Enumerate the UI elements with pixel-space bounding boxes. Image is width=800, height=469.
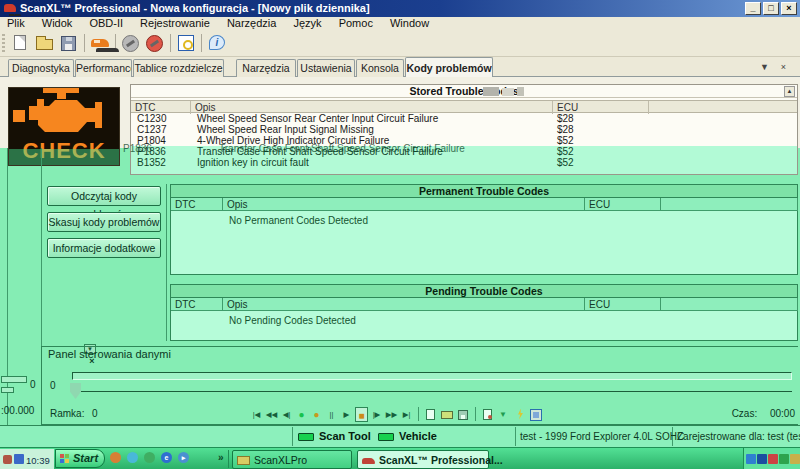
ie-icon[interactable]: e bbox=[161, 452, 172, 463]
tray-remnant-icon bbox=[14, 454, 24, 464]
menu-pomoc[interactable]: Pomoc bbox=[332, 17, 380, 30]
tab-konsola[interactable]: Konsola bbox=[356, 59, 404, 77]
taskbar: 10:39 Start e ▸ » ScanXLPro ScanXL™ Prof… bbox=[0, 447, 800, 469]
taskbar-window-scanxl-professional[interactable]: ScanXL™ Professional... bbox=[357, 450, 489, 469]
status-bar: Scan Tool Vehicle test - 1999 Ford Explo… bbox=[0, 425, 800, 447]
menu-obd2[interactable]: OBD-II bbox=[82, 17, 130, 30]
tab-narzedzia[interactable]: Narzędzia bbox=[236, 59, 296, 77]
glitch-bar bbox=[1, 376, 27, 383]
folder-icon bbox=[237, 456, 250, 465]
table-row[interactable]: C1237 Wheel Speed Rear Input Signal Miss… bbox=[131, 124, 797, 135]
clear-codes-button[interactable]: Skasuj kody problemów bbox=[47, 212, 161, 232]
time-label: Czas: bbox=[732, 408, 758, 419]
glitch-tint-overlay bbox=[9, 149, 119, 165]
tab-close-icon[interactable]: × bbox=[781, 61, 786, 73]
time-display: Czas: 00:00 bbox=[732, 408, 795, 419]
glitch-zero-text: 0 bbox=[30, 379, 36, 390]
col-ecu: ECU bbox=[585, 298, 661, 311]
tab-tablice-rozdzielcze[interactable]: Tablice rozdzielcze bbox=[133, 59, 224, 77]
display-tray-icon[interactable] bbox=[746, 454, 756, 464]
menu-window[interactable]: Window bbox=[383, 17, 436, 30]
read-codes-button[interactable]: Odczytaj kody problemów bbox=[47, 186, 161, 206]
stored-rows: C1230 Wheel Speed Sensor Rear Center Inp… bbox=[131, 113, 797, 168]
disconnect-icon[interactable] bbox=[144, 33, 166, 53]
taskbar-separator bbox=[228, 450, 229, 468]
record-icon[interactable]: ● bbox=[295, 407, 308, 422]
additional-info-button[interactable]: Informacje dodatkowe bbox=[47, 238, 161, 258]
window-title: ScanXL™ Professional - Nowa konfiguracja… bbox=[20, 0, 370, 17]
table-row[interactable]: C1230 Wheel Speed Sensor Rear Center Inp… bbox=[131, 113, 797, 124]
splitter-line bbox=[166, 184, 167, 341]
step-back-icon[interactable]: ◀| bbox=[280, 407, 293, 422]
connect-icon[interactable] bbox=[120, 33, 142, 53]
gauge-designer-icon[interactable] bbox=[175, 33, 197, 53]
open-log-icon[interactable] bbox=[440, 407, 454, 422]
playback-slider-thumb[interactable] bbox=[70, 383, 81, 399]
marker-icon[interactable]: ● bbox=[310, 407, 323, 422]
flash-icon[interactable] bbox=[513, 407, 527, 422]
glitch-ghost-text: P1836 bbox=[123, 143, 152, 154]
tab-menu-icon[interactable]: ▼ bbox=[760, 61, 769, 73]
new-log-icon[interactable] bbox=[424, 407, 438, 422]
step-forward-icon[interactable]: |▶ bbox=[370, 407, 383, 422]
menu-widok[interactable]: Widok bbox=[35, 17, 80, 30]
save-file-icon[interactable] bbox=[58, 33, 80, 53]
vehicle-label: Vehicle bbox=[399, 430, 437, 442]
tab-diagnostyka[interactable]: Diagnostyka bbox=[8, 59, 74, 77]
info-icon[interactable]: i bbox=[206, 33, 228, 53]
start-button[interactable]: Start bbox=[55, 449, 105, 468]
play-icon[interactable]: ▶ bbox=[340, 407, 353, 422]
scroll-up-icon[interactable]: ▲ bbox=[784, 86, 795, 97]
network-error-tray-icon[interactable] bbox=[768, 454, 778, 464]
tab-performance[interactable]: Performance bbox=[75, 59, 132, 77]
new-file-icon[interactable] bbox=[10, 33, 32, 53]
stop-icon[interactable]: ■ bbox=[355, 407, 368, 422]
rewind-icon[interactable]: ◀◀ bbox=[265, 407, 278, 422]
volume-tray-icon[interactable] bbox=[790, 454, 800, 464]
permanent-codes-title: Permanent Trouble Codes bbox=[171, 185, 797, 198]
restore-button[interactable]: □ bbox=[763, 2, 779, 15]
scanxl-window: ScanXL™ Professional - Nowa konfiguracja… bbox=[0, 0, 800, 469]
menu-jezyk[interactable]: Język bbox=[286, 17, 328, 30]
minimize-button[interactable]: _ bbox=[745, 2, 761, 15]
playback-slider-track[interactable] bbox=[72, 372, 792, 380]
fast-forward-icon[interactable]: ▶▶ bbox=[385, 407, 398, 422]
quick-launch-chevron-icon[interactable]: » bbox=[218, 452, 224, 463]
pause-icon[interactable]: || bbox=[325, 407, 338, 422]
open-file-icon[interactable] bbox=[34, 33, 56, 53]
statusbar-divider bbox=[292, 427, 293, 446]
taskbar-window-scanxlpro[interactable]: ScanXLPro bbox=[232, 450, 352, 469]
firefox-icon[interactable] bbox=[110, 452, 121, 463]
monitor-icon[interactable] bbox=[529, 407, 543, 422]
menu-narzedzia[interactable]: Narzędzia bbox=[220, 17, 284, 30]
col-blank bbox=[661, 298, 798, 311]
tray-remnant-icon bbox=[3, 455, 12, 464]
messenger-icon[interactable] bbox=[127, 452, 138, 463]
explorer-icon[interactable] bbox=[144, 452, 155, 463]
table-row[interactable]: B1352 Ignition key in circuit fault $52 bbox=[131, 157, 797, 168]
playback-separator bbox=[418, 407, 419, 421]
download-icon[interactable]: ▼ bbox=[497, 407, 511, 422]
skip-end-icon[interactable]: ▶| bbox=[400, 407, 413, 422]
table-row[interactable]: P1836 Transfer Case Front Shaft Speed Se… bbox=[131, 146, 797, 157]
toolbar-separator bbox=[201, 34, 202, 52]
battery-tray-icon[interactable] bbox=[757, 454, 767, 464]
car-icon bbox=[362, 458, 375, 464]
slider-value: 0 bbox=[50, 380, 56, 391]
system-tray bbox=[743, 448, 800, 469]
toolbar-grip[interactable] bbox=[2, 34, 5, 52]
close-button[interactable]: × bbox=[781, 2, 797, 15]
export-log-icon[interactable] bbox=[481, 407, 495, 422]
app-car-icon bbox=[4, 4, 16, 12]
menu-rejestrowanie[interactable]: Rejestrowanie bbox=[133, 17, 217, 30]
check-engine-lamp: CHECK bbox=[8, 87, 120, 166]
panel-title: Panel sterowania danymi bbox=[48, 348, 171, 360]
menu-plik[interactable]: Plik bbox=[0, 17, 32, 30]
save-log-icon[interactable] bbox=[456, 407, 470, 422]
shield-tray-icon[interactable] bbox=[779, 454, 789, 464]
media-player-icon[interactable]: ▸ bbox=[178, 452, 189, 463]
vehicle-icon[interactable] bbox=[89, 33, 111, 53]
skip-back-icon[interactable]: |◀ bbox=[250, 407, 263, 422]
tab-kody-problemow[interactable]: Kody problemów bbox=[405, 57, 493, 77]
tab-ustawienia[interactable]: Ustawienia bbox=[297, 59, 355, 77]
